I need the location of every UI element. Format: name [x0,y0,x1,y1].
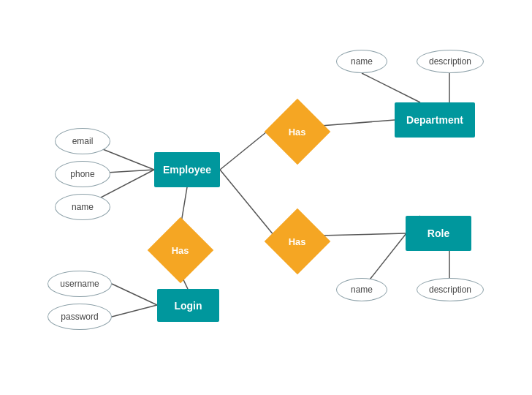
dept-description-attribute: description [417,50,484,73]
has-diamond-role: Has [265,208,331,275]
role-description-attribute: description [417,278,484,301]
svg-line-5 [362,73,420,102]
employee-entity: Employee [154,152,220,187]
svg-line-8 [321,233,406,236]
department-entity: Department [395,102,475,138]
role-entity: Role [406,216,471,251]
svg-line-14 [112,305,157,317]
phone-attribute: phone [55,161,110,187]
password-attribute: password [48,304,112,330]
employee-name-attribute: name [55,194,110,220]
login-entity: Login [157,289,219,322]
has-diamond-login: Has [148,217,214,284]
email-attribute: email [55,128,110,154]
role-name-attribute: name [336,278,387,301]
dept-name-attribute: name [336,50,387,73]
has-diamond-dept: Has [265,99,331,165]
svg-line-13 [112,284,157,305]
er-diagram: Employee Department Role Login Has Has H… [0,0,532,395]
username-attribute: username [48,271,112,297]
svg-line-4 [321,120,395,126]
svg-line-7 [220,170,274,236]
